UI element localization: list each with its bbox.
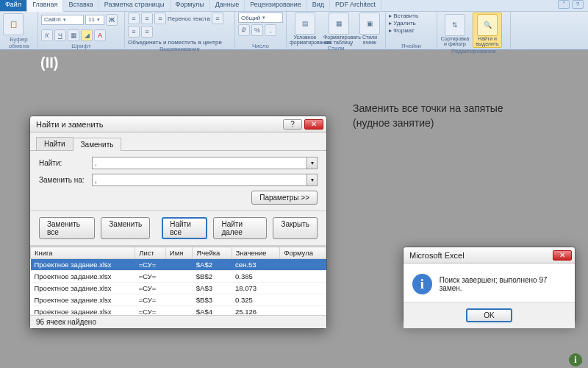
find-replace-dialog: Найти и заменить ? ✕ Найти Заменить Найт… — [29, 116, 327, 329]
dialog-form: Найти: . ▾ Заменить на: , ▾ Параметры >> — [30, 151, 326, 211]
replace-button[interactable]: Заменить — [101, 217, 150, 239]
results-list[interactable]: КнигаЛистИмяЯчейкаЗначениеФормула Проект… — [30, 246, 326, 315]
percent-icon[interactable]: % — [251, 24, 263, 36]
align-top-icon[interactable]: ≡ — [128, 13, 140, 24]
group-styles-label: Стили — [290, 45, 382, 52]
group-number-label: Число — [238, 43, 283, 49]
find-select-icon[interactable]: 🔍 — [477, 14, 498, 36]
minimize-ribbon-icon[interactable]: ˄ — [558, 0, 570, 9]
group-clipboard: 📋 Буфер обмена — [0, 12, 38, 50]
dialog-close-button[interactable]: ✕ — [304, 119, 323, 130]
find-next-button[interactable]: Найти далее — [213, 217, 267, 239]
msgbox-close-button[interactable]: ✕ — [553, 250, 572, 261]
tab-home[interactable]: Главная — [27, 0, 63, 12]
format-cells-button[interactable]: ▸ Формат — [389, 27, 415, 34]
results-header[interactable]: Имя — [165, 247, 192, 259]
bold-icon[interactable]: Ж — [106, 14, 118, 26]
help-icon[interactable]: ? — [572, 0, 584, 9]
replace-input[interactable]: , — [92, 174, 307, 186]
find-label: Найти: — [39, 159, 92, 167]
slide-caption: Заменить все точки на запятые (нудное за… — [353, 102, 559, 130]
align-center-icon[interactable]: ≡ — [128, 26, 140, 38]
currency-icon[interactable]: ₽ — [238, 24, 250, 36]
group-font: Calibri 11 Ж К Ч ▦ ◢ A Шрифт — [38, 12, 125, 50]
messagebox: Microsoft Excel ✕ i Поиск завершен; выпо… — [403, 247, 576, 324]
italic-icon[interactable]: К — [41, 29, 53, 41]
results-row[interactable]: Проектное задание.xlsx=СУ=$A$425.126 — [31, 306, 326, 316]
group-editing-label: Редактирование — [440, 48, 507, 54]
slide-number: (II) — [40, 55, 58, 70]
font-color-icon[interactable]: A — [94, 29, 106, 41]
find-input[interactable]: . — [92, 157, 307, 169]
cond-format-icon[interactable]: ▤ — [295, 13, 315, 35]
find-all-button[interactable]: Найти все — [162, 217, 207, 239]
find-history-drop[interactable]: ▾ — [307, 157, 318, 169]
msgbox-title: Microsoft Excel — [406, 251, 551, 260]
tab-view[interactable]: Вид — [307, 0, 330, 11]
dialog-titlebar[interactable]: Найти и заменить ? ✕ — [30, 116, 326, 132]
align-left-icon[interactable]: ≡ — [212, 13, 223, 24]
merge-center-button[interactable]: Объединить и поместить в центре — [128, 39, 222, 46]
border-icon[interactable]: ▦ — [68, 29, 79, 41]
results-header[interactable]: Формула — [280, 247, 326, 259]
results-header[interactable]: Ячейка — [193, 247, 232, 259]
cell-styles-icon[interactable]: ▣ — [359, 13, 380, 35]
replace-history-drop[interactable]: ▾ — [307, 174, 318, 186]
results-row[interactable]: Проектное задание.xlsx=СУ=$B$20.385 — [31, 271, 326, 283]
group-styles: ▤Условное форматирование ▦Форматировать … — [287, 12, 386, 50]
caption-line1: Заменить все точки на запятые — [353, 102, 559, 116]
hint-badge-icon[interactable]: i — [569, 353, 582, 367]
dialog-help-button[interactable]: ? — [283, 119, 302, 130]
group-clipboard-label: Буфер обмена — [3, 36, 35, 49]
group-font-label: Шрифт — [41, 43, 121, 49]
results-row[interactable]: Проектное задание.xlsx=СУ=$A$2сен.53 — [31, 259, 326, 271]
tab-file[interactable]: Файл — [0, 0, 27, 11]
tab-layout[interactable]: Разметка страницы — [99, 0, 171, 11]
align-mid-icon[interactable]: ≡ — [141, 13, 153, 24]
results-header[interactable]: Лист — [135, 247, 166, 259]
tab-replace-pane[interactable]: Заменить — [73, 138, 122, 151]
results-row[interactable]: Проектное задание.xlsx=СУ=$A$318.073 — [31, 283, 326, 294]
replace-all-button[interactable]: Заменить все — [39, 217, 95, 239]
group-number: Общий ₽%, Число — [235, 12, 287, 50]
replace-label: Заменить на: — [39, 176, 92, 184]
paste-icon[interactable]: 📋 — [3, 13, 24, 35]
dialog-status: 96 ячеек найдено — [30, 315, 326, 328]
close-button[interactable]: Закрыть — [273, 217, 318, 239]
msgbox-titlebar[interactable]: Microsoft Excel ✕ — [404, 247, 575, 263]
ribbon-groups: 📋 Буфер обмена Calibri 11 Ж К Ч ▦ ◢ A Шр… — [0, 12, 588, 50]
info-icon: i — [412, 274, 432, 294]
format-table-icon[interactable]: ▦ — [329, 13, 349, 35]
ribbon-tabs: Файл Главная Вставка Разметка страницы Ф… — [0, 0, 588, 12]
tab-find-pane[interactable]: Найти — [36, 137, 74, 150]
font-name-combo[interactable]: Calibri — [41, 15, 84, 25]
delete-cells-button[interactable]: ▸ Удалить — [389, 20, 416, 26]
font-size-combo[interactable]: 11 — [85, 15, 104, 25]
dialog-buttons: Заменить все Заменить Найти все Найти да… — [30, 211, 326, 246]
group-alignment-label: Выравнивание — [128, 46, 232, 52]
results-row[interactable]: Проектное задание.xlsx=СУ=$B$30.325 — [31, 294, 326, 306]
tab-pdf[interactable]: PDF Architect — [330, 0, 381, 11]
underline-icon[interactable]: Ч — [54, 29, 66, 41]
comma-icon[interactable]: , — [265, 24, 276, 36]
window-help-buttons: ˄ ? — [558, 0, 584, 9]
results-header[interactable]: Значение — [232, 247, 280, 259]
fill-icon[interactable]: ◢ — [81, 29, 93, 41]
msgbox-text: Поиск завершен; выполнено 97 замен. — [440, 276, 566, 292]
tab-data[interactable]: Данные — [210, 0, 245, 11]
options-button[interactable]: Параметры >> — [251, 191, 318, 205]
number-format-combo[interactable]: Общий — [238, 13, 283, 23]
group-editing: ⇅Сортировка и фильтр 🔍Найти и выделить Р… — [437, 12, 511, 50]
msgbox-ok-button[interactable]: OK — [466, 308, 512, 322]
tab-insert[interactable]: Вставка — [63, 0, 98, 11]
results-header[interactable]: Книга — [31, 247, 135, 259]
align-right-icon[interactable]: ≡ — [141, 26, 153, 38]
tab-review[interactable]: Рецензирование — [245, 0, 307, 11]
group-cells: ▸ Вставить ▸ Удалить ▸ Формат Ячейки — [386, 12, 437, 50]
insert-cells-button[interactable]: ▸ Вставить — [389, 13, 418, 19]
group-alignment: ≡ ≡ ≡ Перенос текста ≡ ≡ ≡ Объединить и … — [125, 12, 235, 50]
wrap-text-button[interactable]: Перенос текста — [168, 15, 210, 22]
sort-filter-icon[interactable]: ⇅ — [445, 14, 465, 36]
align-bot-icon[interactable]: ≡ — [154, 13, 166, 24]
tab-formulas[interactable]: Формулы — [171, 0, 210, 11]
